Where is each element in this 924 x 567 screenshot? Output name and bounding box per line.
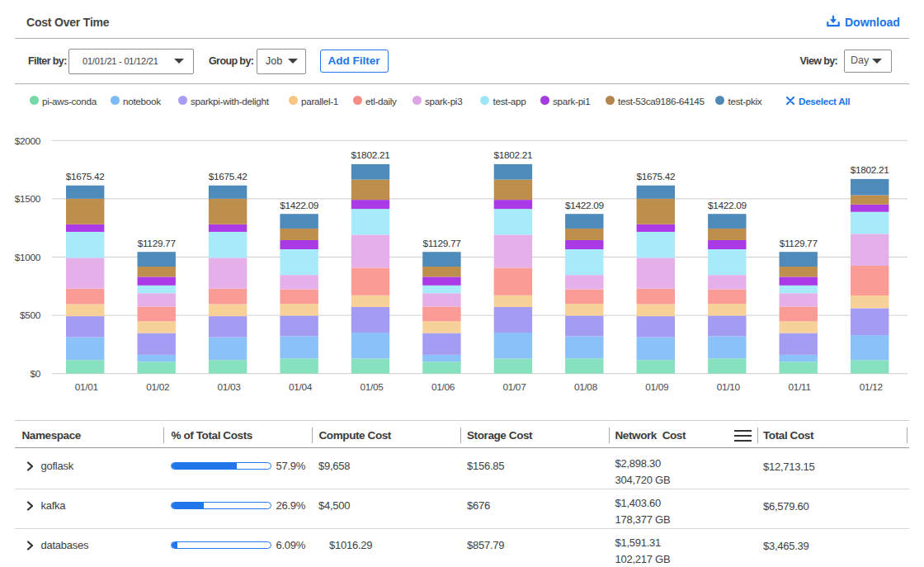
svg-text:$1422.09: $1422.09 — [280, 200, 318, 211]
svg-text:01/02: 01/02 — [146, 381, 169, 393]
svg-text:$1675.42: $1675.42 — [209, 171, 248, 182]
svg-text:$1129.77: $1129.77 — [780, 238, 818, 249]
svg-text:01/05: 01/05 — [360, 381, 384, 393]
svg-text:$2000: $2000 — [15, 135, 41, 147]
svg-text:01/11: 01/11 — [789, 381, 811, 393]
svg-text:$1802.21: $1802.21 — [493, 149, 532, 161]
svg-text:$1129.77: $1129.77 — [138, 238, 176, 249]
svg-text:01/01: 01/01 — [75, 381, 98, 393]
svg-text:$1675.42: $1675.42 — [636, 171, 675, 182]
svg-text:$1129.77: $1129.77 — [423, 238, 461, 249]
svg-text:01/09: 01/09 — [645, 381, 668, 393]
svg-text:01/08: 01/08 — [574, 381, 598, 393]
svg-text:$0: $0 — [30, 368, 40, 380]
svg-text:01/10: 01/10 — [717, 381, 741, 393]
svg-text:$1422.09: $1422.09 — [565, 200, 604, 211]
svg-text:$1000: $1000 — [15, 252, 41, 263]
svg-text:$500: $500 — [20, 309, 41, 321]
svg-text:$1802.21: $1802.21 — [351, 149, 390, 161]
svg-text:$1675.42: $1675.42 — [66, 171, 105, 182]
svg-text:01/06: 01/06 — [431, 381, 455, 393]
svg-text:01/07: 01/07 — [502, 381, 526, 393]
svg-text:$1500: $1500 — [15, 193, 41, 205]
svg-text:01/04: 01/04 — [289, 381, 313, 393]
svg-text:01/03: 01/03 — [218, 381, 242, 393]
svg-text:$1422.09: $1422.09 — [708, 200, 747, 211]
svg-text:$1802.21: $1802.21 — [851, 164, 889, 176]
svg-text:01/12: 01/12 — [860, 381, 883, 393]
